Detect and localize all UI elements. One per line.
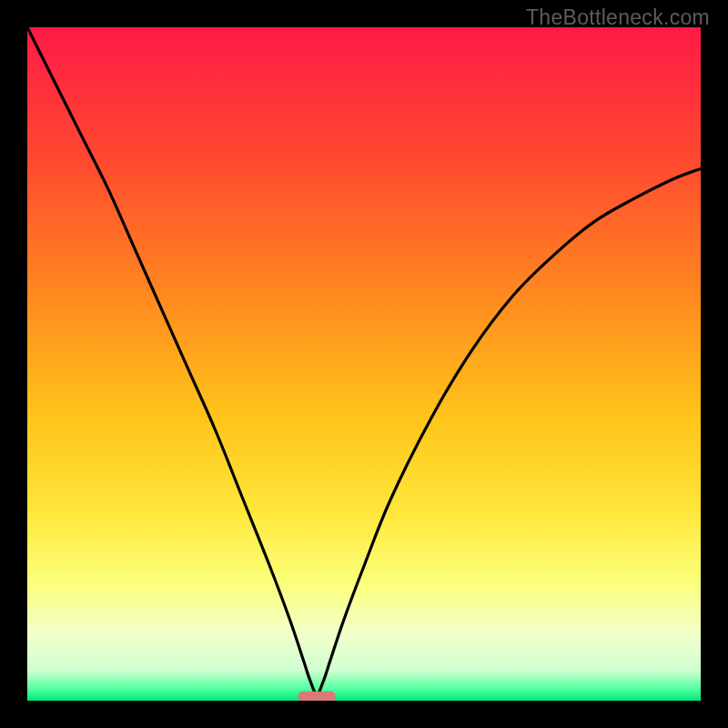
gradient-background bbox=[27, 27, 701, 701]
chart-frame: TheBottleneck.com bbox=[0, 0, 728, 728]
plot-area bbox=[27, 27, 701, 701]
min-marker bbox=[298, 692, 336, 701]
watermark-text: TheBottleneck.com bbox=[526, 5, 710, 30]
chart-svg bbox=[27, 27, 701, 701]
